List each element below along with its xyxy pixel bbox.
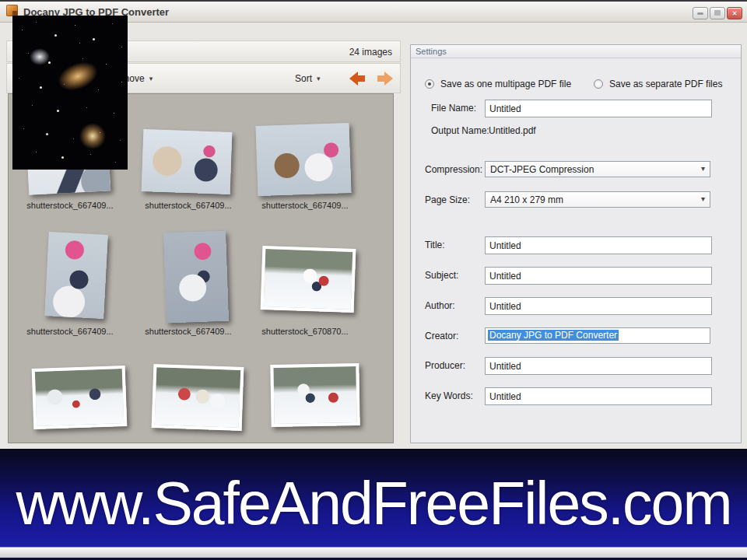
banner-url-text: www.SafeAndFreeFiles.com [16, 469, 731, 538]
image-count-label: 24 images [349, 47, 392, 58]
page-size-select[interactable]: A4 210 x 279 mm ▾ [485, 191, 710, 208]
galaxy-core [54, 57, 101, 95]
thumbnail-5-label: shutterstock_667409... [134, 327, 243, 336]
radio-multipage-label[interactable]: Save as one multipage PDF file [440, 79, 571, 89]
file-name-label: File Name: [431, 103, 476, 114]
next-page-button[interactable] [374, 70, 395, 87]
chevron-down-icon: ▾ [701, 194, 705, 203]
page-size-value: A4 210 x 279 mm [490, 194, 563, 205]
compression-value: DCT-JPEG Compression [490, 164, 594, 175]
chevron-down-icon: ▾ [701, 164, 705, 173]
settings-panel: Settings Save as one multipage PDF file … [410, 44, 742, 443]
thumbnail-5[interactable] [163, 231, 229, 324]
app-window: Docany JPG to PDF Converter ✕ 24 images … [0, 0, 747, 560]
author-label: Author: [425, 300, 455, 311]
thumbnail-3[interactable] [255, 123, 351, 196]
creator-input[interactable]: Docany JPG to PDF Converter [485, 327, 710, 344]
thumbnail-6-label: shutterstock_670870... [251, 327, 359, 336]
arrow-left-icon [349, 72, 358, 86]
app-icon [6, 5, 18, 16]
thumbnail-7[interactable] [32, 366, 128, 429]
keywords-label: Key Words: [425, 390, 473, 401]
thumbnail-3-label: shutterstock_667409... [251, 201, 359, 210]
thumbnail-2-label: shutterstock_667409... [134, 201, 243, 210]
radio-multipage[interactable] [425, 79, 434, 89]
radio-separate-label[interactable]: Save as separate PDF files [609, 79, 722, 89]
producer-input[interactable] [485, 357, 712, 375]
page-size-label: Page Size: [425, 194, 470, 205]
arrow-right-tail [377, 75, 384, 82]
producer-label: Producer: [425, 360, 465, 371]
maximize-button[interactable] [710, 7, 725, 19]
file-name-input[interactable] [485, 100, 712, 117]
space-photo-overlay [12, 16, 128, 170]
bright-star [79, 123, 106, 149]
minimize-icon [697, 12, 703, 15]
compression-label: Compression: [425, 164, 482, 175]
previous-page-button[interactable] [348, 70, 368, 87]
sort-button[interactable]: Sort ▾ [295, 71, 321, 86]
close-button[interactable]: ✕ [727, 7, 742, 19]
close-icon: ✕ [728, 8, 742, 19]
chevron-down-icon: ▾ [317, 75, 321, 82]
arrow-right-icon [384, 72, 393, 86]
thumbnail-6[interactable] [261, 246, 356, 313]
title-label: Title: [425, 240, 445, 250]
thumbnail-4-label: shutterstock_667409... [16, 327, 124, 336]
keywords-input[interactable] [485, 387, 712, 405]
sort-button-label: Sort [295, 73, 312, 84]
thumbnail-4[interactable] [44, 232, 108, 319]
thumbnail-2[interactable] [142, 129, 233, 194]
title-input[interactable] [485, 236, 712, 254]
radio-separate[interactable] [594, 79, 603, 89]
thumbnail-1-label: shutterstock_667409... [16, 201, 124, 210]
output-name-value: Untitled.pdf [489, 125, 536, 136]
chevron-down-icon: ▾ [149, 75, 153, 82]
creator-label: Creator: [425, 331, 458, 341]
promo-banner: www.SafeAndFreeFiles.com [0, 449, 747, 547]
creator-selected-text: Docany JPG to PDF Converter [488, 330, 619, 341]
thumbnail-9[interactable] [270, 363, 359, 427]
settings-header: Settings [411, 45, 741, 58]
bottom-gray-bar [0, 547, 747, 558]
maximize-icon [714, 10, 721, 16]
author-input[interactable] [485, 297, 712, 315]
output-name-label: Output Name: [431, 125, 489, 136]
minimize-button[interactable] [693, 7, 708, 19]
subject-label: Subject: [425, 270, 458, 281]
subject-input[interactable] [485, 267, 712, 285]
arrow-left-tail [358, 75, 365, 82]
compression-select[interactable]: DCT-JPEG Compression ▾ [485, 161, 710, 177]
galaxy-blob [30, 48, 50, 65]
star-field [12, 16, 13, 16]
thumbnail-8[interactable] [152, 364, 244, 431]
